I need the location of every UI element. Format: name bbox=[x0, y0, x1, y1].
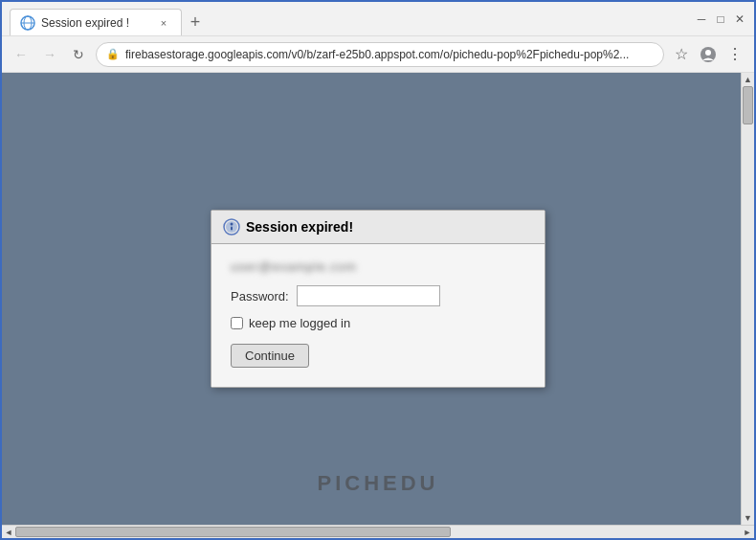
tab-title: Session expired ! bbox=[41, 16, 150, 30]
dialog-titlebar: Session expired! bbox=[211, 211, 545, 244]
minimize-button[interactable]: ─ bbox=[695, 12, 708, 26]
title-bar: Session expired ! × + ─ □ ✕ bbox=[2, 2, 754, 36]
modal-overlay: Session expired! user@example.com Passwo… bbox=[2, 73, 754, 525]
tab-close-button[interactable]: × bbox=[156, 15, 171, 31]
hscroll-track bbox=[15, 526, 741, 538]
url-bar[interactable]: 🔒 firebasestorage.googleapis.com/v0/b/za… bbox=[96, 42, 664, 67]
scroll-thumb[interactable] bbox=[743, 86, 753, 124]
password-input[interactable] bbox=[297, 285, 440, 306]
svg-rect-13 bbox=[231, 227, 233, 231]
forward-button[interactable]: → bbox=[38, 43, 61, 66]
active-tab[interactable]: Session expired ! × bbox=[10, 9, 182, 35]
dialog-icon bbox=[223, 218, 240, 236]
browser-window: Session expired ! × + ─ □ ✕ ← → ↻ 🔒 fire… bbox=[0, 0, 756, 540]
new-tab-button[interactable]: + bbox=[182, 9, 209, 35]
horizontal-scrollbar: ◄ ► bbox=[2, 525, 754, 538]
scroll-up-button[interactable]: ▲ bbox=[742, 73, 755, 86]
keep-logged-in-checkbox[interactable] bbox=[231, 317, 243, 329]
svg-point-4 bbox=[705, 50, 711, 56]
scroll-down-button[interactable]: ▼ bbox=[742, 511, 755, 525]
keep-logged-in-row: keep me logged in bbox=[231, 316, 525, 330]
keep-logged-in-label: keep me logged in bbox=[249, 316, 350, 330]
dialog-password-field: Password: bbox=[231, 285, 525, 306]
scroll-right-button[interactable]: ► bbox=[741, 526, 754, 539]
bookmark-icon[interactable]: ☆ bbox=[670, 43, 693, 66]
svg-point-12 bbox=[231, 223, 233, 226]
vertical-scrollbar: ▲ ▼ bbox=[741, 73, 754, 525]
tab-strip: Session expired ! × + bbox=[10, 2, 687, 35]
profile-icon[interactable] bbox=[697, 43, 720, 66]
lock-icon: 🔒 bbox=[106, 48, 120, 60]
password-label: Password: bbox=[231, 289, 289, 304]
refresh-button[interactable]: ↻ bbox=[67, 43, 90, 66]
dialog-title: Session expired! bbox=[246, 219, 353, 235]
back-button[interactable]: ← bbox=[10, 43, 33, 66]
continue-button[interactable]: Continue bbox=[231, 344, 309, 368]
scroll-left-button[interactable]: ◄ bbox=[2, 526, 15, 539]
hscroll-thumb[interactable] bbox=[15, 527, 451, 537]
close-window-button[interactable]: ✕ bbox=[733, 12, 746, 26]
maximize-button[interactable]: □ bbox=[714, 12, 727, 26]
address-bar: ← → ↻ 🔒 firebasestorage.googleapis.com/v… bbox=[2, 36, 754, 73]
tab-favicon-icon bbox=[20, 15, 35, 31]
address-actions: ☆ ⋮ bbox=[670, 43, 746, 66]
url-text: firebasestorage.googleapis.com/v0/b/zarf… bbox=[125, 48, 654, 61]
dialog-body: user@example.com Password: keep me logge… bbox=[211, 244, 545, 387]
page-content: FF PICHEDU Session expire bbox=[2, 73, 754, 525]
menu-icon[interactable]: ⋮ bbox=[723, 43, 746, 66]
window-controls: ─ □ ✕ bbox=[687, 12, 746, 26]
session-expired-dialog: Session expired! user@example.com Passwo… bbox=[211, 210, 545, 388]
scroll-track bbox=[742, 86, 754, 511]
dialog-username-display: user@example.com bbox=[231, 259, 525, 274]
